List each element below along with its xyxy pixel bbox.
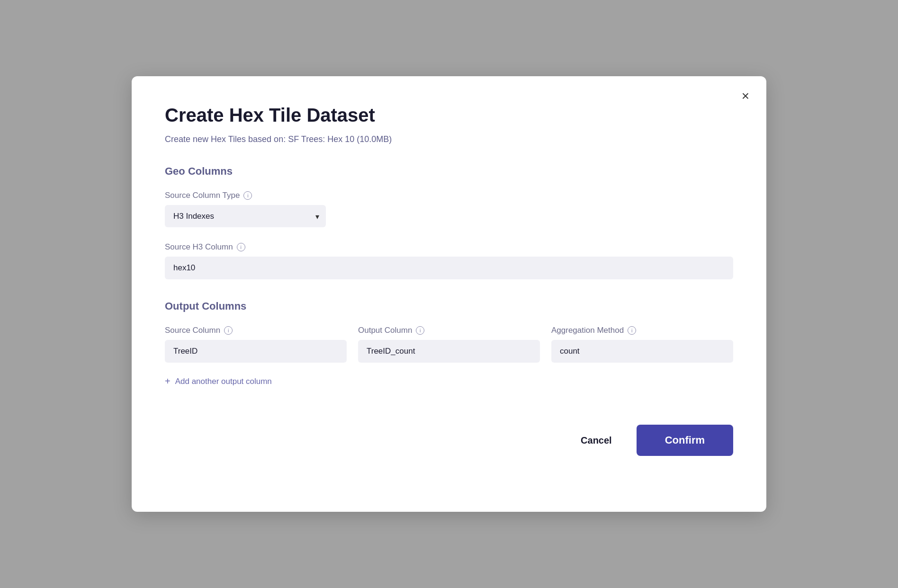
output-columns-section: Output Columns Source Column i Output Co… <box>165 300 733 387</box>
source-column-type-info-icon[interactable]: i <box>243 191 252 200</box>
dialog-footer: Cancel Confirm <box>165 425 733 456</box>
cancel-button[interactable]: Cancel <box>567 428 625 454</box>
source-column-type-label: Source Column Type i <box>165 191 733 200</box>
dialog-subtitle: Create new Hex Tiles based on: SF Trees:… <box>165 134 733 144</box>
output-columns-row: Source Column i Output Column i <box>165 326 733 363</box>
source-column-type-select-wrapper: H3 Indexes ▾ <box>165 205 326 227</box>
close-button[interactable]: × <box>742 89 749 103</box>
source-h3-column-info-icon[interactable]: i <box>237 243 245 251</box>
plus-icon: + <box>165 376 171 387</box>
output-column-info-icon[interactable]: i <box>416 326 424 335</box>
source-h3-column-group: Source H3 Column i <box>165 242 733 279</box>
source-column-type-select[interactable]: H3 Indexes <box>165 205 326 227</box>
source-column-group: Source Column i <box>165 326 347 363</box>
source-h3-column-input[interactable] <box>165 257 733 279</box>
confirm-button[interactable]: Confirm <box>637 425 733 456</box>
aggregation-method-info-icon[interactable]: i <box>628 326 636 335</box>
source-column-input[interactable] <box>165 340 347 363</box>
output-columns-title: Output Columns <box>165 300 733 312</box>
aggregation-method-input[interactable] <box>551 340 733 363</box>
add-column-label: Add another output column <box>175 377 272 386</box>
dialog: × Create Hex Tile Dataset Create new Hex… <box>132 76 766 512</box>
output-column-group: Output Column i <box>358 326 540 363</box>
output-column-label: Output Column i <box>358 326 540 335</box>
output-column-input[interactable] <box>358 340 540 363</box>
source-column-label: Source Column i <box>165 326 347 335</box>
aggregation-method-label: Aggregation Method i <box>551 326 733 335</box>
dialog-title: Create Hex Tile Dataset <box>165 105 733 126</box>
geo-columns-section: Geo Columns Source Column Type i H3 Inde… <box>165 165 733 279</box>
source-column-type-group: Source Column Type i H3 Indexes ▾ <box>165 191 733 227</box>
source-column-info-icon[interactable]: i <box>224 326 233 335</box>
aggregation-method-group: Aggregation Method i <box>551 326 733 363</box>
geo-columns-title: Geo Columns <box>165 165 733 178</box>
dialog-overlay: × Create Hex Tile Dataset Create new Hex… <box>0 0 898 588</box>
source-h3-column-label: Source H3 Column i <box>165 242 733 252</box>
add-output-column-button[interactable]: + Add another output column <box>165 376 272 387</box>
